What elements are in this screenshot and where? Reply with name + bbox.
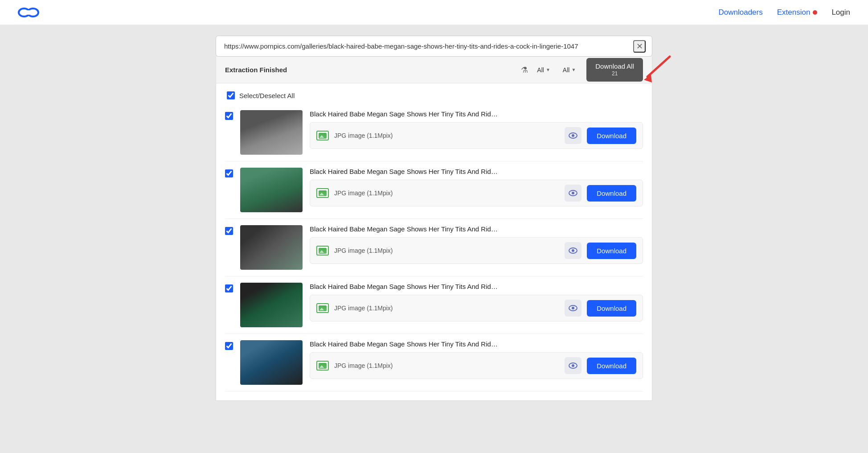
item-thumbnail <box>240 168 303 212</box>
item-meta-text: JPG image (1.1Mpix) <box>334 132 559 139</box>
svg-point-6 <box>572 134 574 137</box>
image-type-icon <box>316 303 329 313</box>
item-thumbnail <box>240 283 303 327</box>
item-checkbox[interactable] <box>225 342 233 350</box>
extension-status-dot <box>813 10 817 15</box>
preview-button[interactable] <box>565 185 581 202</box>
item-checkbox-wrap <box>225 283 233 294</box>
filter-group: ⚗ All ▼ All ▼ <box>521 65 579 75</box>
preview-button[interactable] <box>565 357 581 374</box>
download-button[interactable]: Download <box>587 243 636 259</box>
item-thumbnail <box>240 225 303 270</box>
item-thumbnail <box>240 110 303 155</box>
svg-rect-2 <box>25 10 33 15</box>
item-meta-row: JPG image (1.1Mpix) Download <box>310 352 643 379</box>
toolbar: Extraction Finished ⚗ All ▼ All ▼ Downlo… <box>216 57 652 83</box>
svg-point-14 <box>572 364 574 367</box>
item-meta-row: JPG image (1.1Mpix) Download <box>310 122 643 149</box>
eye-icon <box>569 305 577 311</box>
item-meta-text: JPG image (1.1Mpix) <box>334 305 559 312</box>
filter-icon: ⚗ <box>521 65 528 75</box>
download-all-count: 21 <box>612 70 618 77</box>
image-type-icon <box>316 246 329 255</box>
image-type-icon <box>316 361 329 371</box>
download-all-button[interactable]: Download All 21 <box>586 58 643 81</box>
item-checkbox[interactable] <box>225 169 233 177</box>
image-type-icon <box>316 188 329 198</box>
download-button[interactable]: Download <box>587 300 636 317</box>
item-checkbox[interactable] <box>225 227 233 235</box>
items-list: Black Haired Babe Megan Sage Shows Her T… <box>216 104 652 400</box>
svg-point-12 <box>572 307 574 309</box>
item-meta-row: JPG image (1.1Mpix) Download <box>310 180 643 206</box>
download-button[interactable]: Download <box>587 185 636 202</box>
logo-icon <box>18 6 39 19</box>
main-content: https://www.pornpics.com/galleries/black… <box>0 0 868 401</box>
item-title: Black Haired Babe Megan Sage Shows Her T… <box>310 110 643 118</box>
item-checkbox-wrap <box>225 225 233 237</box>
list-item: Black Haired Babe Megan Sage Shows Her T… <box>225 334 643 391</box>
list-item: Black Haired Babe Megan Sage Shows Her T… <box>225 219 643 276</box>
item-meta-row: JPG image (1.1Mpix) Download <box>310 295 643 321</box>
list-item: Black Haired Babe Megan Sage Shows Her T… <box>225 161 643 219</box>
chevron-down-icon: ▼ <box>571 67 576 72</box>
list-item: Black Haired Babe Megan Sage Shows Her T… <box>225 276 643 334</box>
preview-button[interactable] <box>565 242 581 259</box>
item-checkbox[interactable] <box>225 112 233 120</box>
select-all-row: Select/Deselect All <box>216 83 652 104</box>
item-thumbnail <box>240 340 303 385</box>
eye-icon <box>569 247 577 254</box>
download-button[interactable]: Download <box>587 128 636 144</box>
svg-point-8 <box>572 192 574 194</box>
eye-icon <box>569 190 577 196</box>
item-meta-text: JPG image (1.1Mpix) <box>334 247 559 254</box>
image-type-icon <box>316 131 329 140</box>
select-all-label[interactable]: Select/Deselect All <box>239 92 295 99</box>
item-meta-row: JPG image (1.1Mpix) Download <box>310 237 643 264</box>
list-item: Black Haired Babe Megan Sage Shows Her T… <box>225 104 643 161</box>
nav-login[interactable]: Login <box>831 8 850 17</box>
download-button[interactable]: Download <box>587 358 636 374</box>
item-title: Black Haired Babe Megan Sage Shows Her T… <box>310 168 643 175</box>
preview-button[interactable] <box>565 300 581 317</box>
item-checkbox-wrap <box>225 168 233 179</box>
nav-right: Downloaders Extension Login <box>718 8 850 17</box>
item-title: Black Haired Babe Megan Sage Shows Her T… <box>310 225 643 233</box>
eye-icon <box>569 362 577 369</box>
filter-type-select[interactable]: All ▼ <box>533 65 553 75</box>
url-text: https://www.pornpics.com/galleries/black… <box>224 42 630 50</box>
item-meta-text: JPG image (1.1Mpix) <box>334 189 559 197</box>
chevron-down-icon: ▼ <box>546 67 550 72</box>
url-bar: https://www.pornpics.com/galleries/black… <box>216 36 652 57</box>
extraction-status: Extraction Finished <box>225 66 521 74</box>
preview-button[interactable] <box>565 127 581 144</box>
item-title: Black Haired Babe Megan Sage Shows Her T… <box>310 340 643 348</box>
item-checkbox[interactable] <box>225 284 233 292</box>
nav-downloaders[interactable]: Downloaders <box>718 8 762 17</box>
item-checkbox-wrap <box>225 340 233 352</box>
item-info: Black Haired Babe Megan Sage Shows Her T… <box>310 283 643 321</box>
item-info: Black Haired Babe Megan Sage Shows Her T… <box>310 168 643 206</box>
url-close-button[interactable]: ✕ <box>633 40 646 53</box>
svg-point-10 <box>572 249 574 252</box>
eye-icon <box>569 132 577 139</box>
top-navigation: Downloaders Extension Login <box>0 0 868 25</box>
item-info: Black Haired Babe Megan Sage Shows Her T… <box>310 110 643 149</box>
select-all-checkbox[interactable] <box>227 91 235 99</box>
item-info: Black Haired Babe Megan Sage Shows Her T… <box>310 225 643 264</box>
filter-size-select[interactable]: All ▼ <box>559 65 579 75</box>
logo[interactable] <box>18 6 39 19</box>
item-info: Black Haired Babe Megan Sage Shows Her T… <box>310 340 643 379</box>
item-title: Black Haired Babe Megan Sage Shows Her T… <box>310 283 643 290</box>
item-meta-text: JPG image (1.1Mpix) <box>334 362 559 369</box>
results-panel: Extraction Finished ⚗ All ▼ All ▼ Downlo… <box>216 57 652 401</box>
nav-extension[interactable]: Extension <box>777 8 818 17</box>
item-checkbox-wrap <box>225 110 233 122</box>
